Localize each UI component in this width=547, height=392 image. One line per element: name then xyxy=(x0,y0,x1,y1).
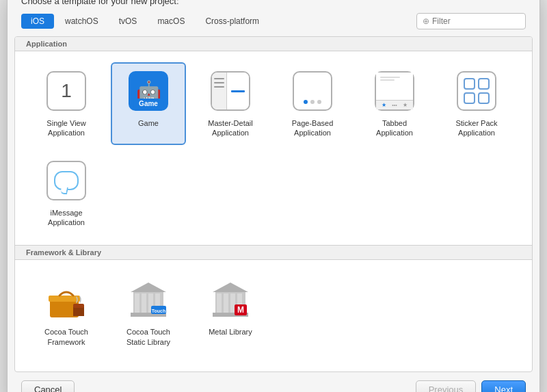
next-button[interactable]: Next xyxy=(481,380,526,392)
metal-lib-icon-container: M xyxy=(209,278,252,322)
template-static-lib[interactable]: Touch Cocoa TouchStatic Library xyxy=(111,271,186,354)
template-imessage[interactable]: iMessageApplication xyxy=(29,152,104,235)
game-icon-container: 🤖 Game xyxy=(126,69,170,113)
svg-rect-7 xyxy=(142,293,146,313)
imessage-label: iMessageApplication xyxy=(48,208,85,228)
master-detail-label: Master-DetailApplication xyxy=(208,118,252,138)
sticker-pack-icon xyxy=(457,71,496,111)
static-lib-svg: Touch xyxy=(128,280,169,319)
cancel-button[interactable]: Cancel xyxy=(21,380,75,392)
page-based-label: Page-BasedApplication xyxy=(292,118,334,138)
sticker-pack-label: Sticker PackApplication xyxy=(455,118,497,138)
svg-rect-16 xyxy=(224,293,228,313)
tab-dot: ••• xyxy=(392,103,397,107)
static-lib-label: Cocoa TouchStatic Library xyxy=(126,327,170,347)
bottom-bar: Cancel Previous Next xyxy=(8,372,539,392)
svg-text:Touch: Touch xyxy=(152,309,165,313)
cocoa-framework-icon xyxy=(46,279,87,320)
tabbed-icon-container: ★ ••• ★ xyxy=(373,69,416,113)
tab-crossplatform[interactable]: Cross-platform xyxy=(196,14,269,29)
static-lib-icon-container: Touch xyxy=(126,278,170,322)
sticker-pack-icon-container xyxy=(455,69,498,113)
metal-lib-label: Metal Library xyxy=(209,327,252,337)
static-lib-icon: Touch xyxy=(128,279,169,320)
tab-star-2: ★ xyxy=(403,102,408,108)
cocoa-framework-label: Cocoa TouchFramework xyxy=(44,327,88,347)
svg-rect-17 xyxy=(230,293,235,313)
single-view-label: Single ViewApplication xyxy=(46,118,85,138)
section-application-header: Application xyxy=(15,37,532,51)
template-metal-lib[interactable]: M Metal Library xyxy=(193,271,268,354)
template-page-based[interactable]: Page-BasedApplication xyxy=(275,62,350,145)
page-based-icon xyxy=(293,71,332,111)
cocoa-framework-icon-container xyxy=(44,278,88,322)
framework-template-grid: Cocoa TouchFramework xyxy=(15,260,532,365)
svg-rect-4 xyxy=(73,304,84,308)
filter-icon: ⊕ xyxy=(423,16,429,26)
template-game[interactable]: 🤖 Game Game xyxy=(111,62,186,145)
cocoa-framework-svg xyxy=(46,283,87,320)
tab-ios[interactable]: iOS xyxy=(21,14,54,29)
tabbed-label: TabbedApplication xyxy=(376,118,413,138)
tab-macos[interactable]: macOS xyxy=(148,14,194,29)
template-master-detail[interactable]: Master-DetailApplication xyxy=(193,62,268,145)
template-sticker-pack[interactable]: Sticker PackApplication xyxy=(439,62,514,145)
game-label: Game xyxy=(138,118,159,128)
dialog-title: Choose a template for your new project: xyxy=(8,0,539,13)
svg-text:M: M xyxy=(237,305,244,315)
template-single-view[interactable]: 1 Single ViewApplication xyxy=(29,62,104,145)
svg-marker-19 xyxy=(213,283,248,292)
master-detail-icon-container xyxy=(209,69,252,113)
application-template-grid: 1 Single ViewApplication 🤖 Game Game xyxy=(15,51,532,245)
svg-rect-15 xyxy=(217,293,222,313)
template-cocoa-framework[interactable]: Cocoa TouchFramework xyxy=(29,271,104,354)
section-framework-header: Framework & Library xyxy=(15,245,532,260)
template-tabbed[interactable]: ★ ••• ★ TabbedApplication xyxy=(357,62,432,145)
imessage-icon xyxy=(46,161,86,200)
nav-buttons: Previous Next xyxy=(416,380,526,392)
svg-rect-1 xyxy=(49,296,80,302)
metal-lib-icon: M xyxy=(210,279,251,320)
new-project-dialog: Choose a template for your new project: … xyxy=(7,0,540,392)
previous-button[interactable]: Previous xyxy=(416,380,477,392)
page-based-icon-container xyxy=(291,69,334,113)
template-content: Application 1 Single ViewApplication 🤖 G… xyxy=(14,36,533,372)
svg-rect-6 xyxy=(135,293,139,313)
platform-tab-bar: iOS watchOS tvOS macOS Cross-platform ⊕ xyxy=(8,13,539,36)
metal-lib-svg: M xyxy=(210,280,251,319)
speech-bubble-icon xyxy=(54,171,79,190)
filter-input[interactable] xyxy=(432,16,520,26)
tab-watchos[interactable]: watchOS xyxy=(55,14,108,29)
filter-area: ⊕ xyxy=(416,13,526,29)
svg-marker-10 xyxy=(131,283,166,292)
single-view-icon: 1 xyxy=(44,69,88,113)
tabbed-icon: ★ ••• ★ xyxy=(375,71,414,111)
filter-box: ⊕ xyxy=(416,13,526,29)
tab-tvos[interactable]: tvOS xyxy=(109,14,147,29)
tab-star-1: ★ xyxy=(382,102,386,108)
game-badge: Game xyxy=(133,99,163,109)
imessage-icon-container xyxy=(44,159,88,202)
master-detail-icon xyxy=(211,71,250,111)
